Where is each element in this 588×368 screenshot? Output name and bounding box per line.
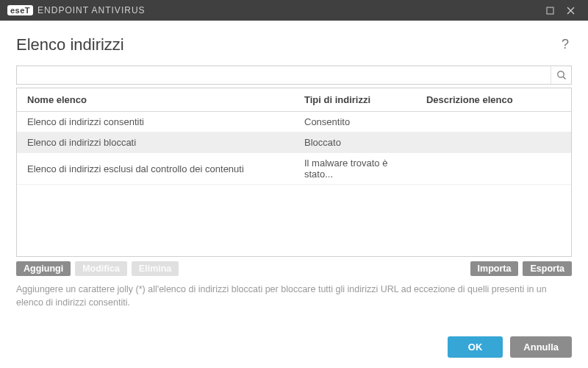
search-icon[interactable] xyxy=(551,66,571,84)
svg-rect-0 xyxy=(547,7,553,14)
cell-name: Elenco di indirizzi esclusi dal controll… xyxy=(17,153,294,185)
col-header-desc[interactable]: Descrizione elenco xyxy=(416,88,571,112)
address-list-table: Nome elenco Tipi di indirizzi Descrizion… xyxy=(16,88,572,257)
action-row: Aggiungi Modifica Elimina Importa Esport… xyxy=(16,261,572,276)
close-button[interactable] xyxy=(560,0,581,21)
cell-type: Consentito xyxy=(294,112,416,132)
search-input[interactable] xyxy=(17,66,551,84)
ok-button[interactable]: OK xyxy=(448,336,503,358)
edit-button: Modifica xyxy=(75,261,127,276)
add-button[interactable]: Aggiungi xyxy=(16,261,71,276)
table-row[interactable]: Elenco di indirizzi consentitiConsentito xyxy=(17,112,571,132)
import-button[interactable]: Importa xyxy=(470,261,519,276)
svg-line-2 xyxy=(563,77,565,79)
dialog-footer: OK Annulla xyxy=(448,336,572,358)
cancel-button[interactable]: Annulla xyxy=(510,336,572,358)
cell-desc xyxy=(416,132,571,153)
help-icon[interactable]: ? xyxy=(559,34,572,55)
hint-text: Aggiungere un carattere jolly (*) all'el… xyxy=(16,283,572,309)
svg-point-1 xyxy=(557,71,563,77)
brand: eseT ENDPOINT ANTIVIRUS xyxy=(7,5,146,15)
table-header-row: Nome elenco Tipi di indirizzi Descrizion… xyxy=(17,88,571,112)
cell-desc xyxy=(416,112,571,132)
cell-name: Elenco di indirizzi consentiti xyxy=(17,112,294,132)
export-button[interactable]: Esporta xyxy=(523,261,572,276)
page-title: Elenco indirizzi xyxy=(16,35,124,54)
cell-type: Bloccato xyxy=(294,132,416,153)
delete-button: Elimina xyxy=(132,261,179,276)
product-name: ENDPOINT ANTIVIRUS xyxy=(37,5,145,15)
table-row[interactable]: Elenco di indirizzi esclusi dal controll… xyxy=(17,153,571,185)
table-row[interactable]: Elenco di indirizzi bloccatiBloccato xyxy=(17,132,571,153)
cell-name: Elenco di indirizzi bloccati xyxy=(17,132,294,153)
brand-logo: eseT xyxy=(7,5,33,15)
search-bar xyxy=(16,66,572,85)
cell-desc xyxy=(416,153,571,185)
col-header-type[interactable]: Tipi di indirizzi xyxy=(294,88,416,112)
cell-type: Il malware trovato è stato... xyxy=(294,153,416,185)
minimize-button[interactable] xyxy=(539,0,560,21)
title-bar: eseT ENDPOINT ANTIVIRUS xyxy=(0,0,588,21)
col-header-name[interactable]: Nome elenco xyxy=(17,88,294,112)
